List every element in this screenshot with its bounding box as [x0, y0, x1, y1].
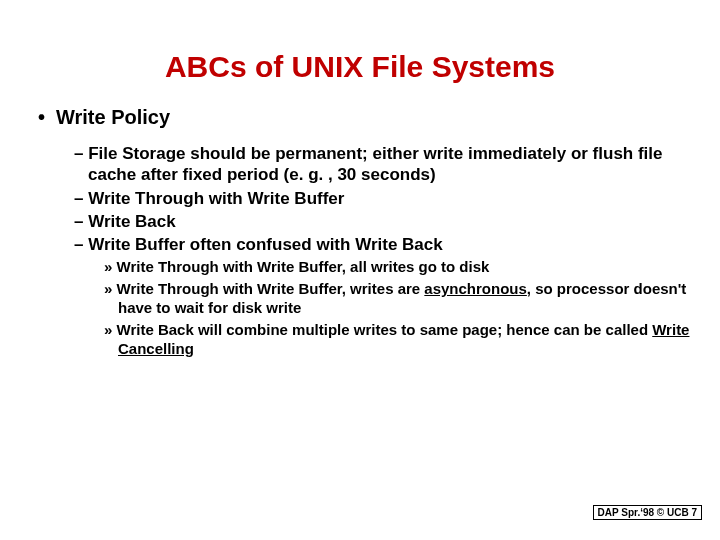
text-fragment: » Write Through with Write Buffer, write… [104, 280, 424, 297]
bullet-level2: – Write Back [88, 211, 690, 232]
footer-label: DAP Spr.‘98 © UCB 7 [593, 505, 702, 520]
bullet-level2: – Write Through with Write Buffer [88, 188, 690, 209]
bullet-level3: » Write Back will combine multiple write… [118, 320, 690, 359]
bullet-level1: •Write Policy [38, 106, 690, 129]
bullet-level2: – Write Buffer often confused with Write… [88, 234, 690, 255]
bullet-dot: • [38, 106, 56, 129]
slide: ABCs of UNIX File Systems •Write Policy … [0, 0, 720, 540]
text-fragment: » Write Back will combine multiple write… [104, 321, 652, 338]
bullet-level3: » Write Through with Write Buffer, all w… [118, 257, 690, 277]
slide-title: ABCs of UNIX File Systems [30, 50, 690, 84]
bullet-level2: – File Storage should be permanent; eith… [88, 143, 690, 186]
bullet-level1-text: Write Policy [56, 106, 170, 128]
bullet-level3: » Write Through with Write Buffer, write… [118, 279, 690, 318]
underline-text: asynchronous [424, 280, 527, 297]
